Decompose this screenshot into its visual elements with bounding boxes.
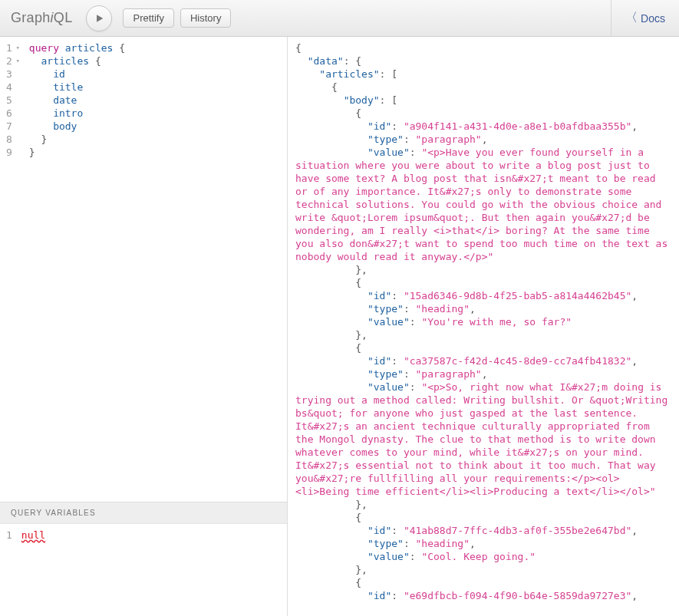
result-line: { xyxy=(295,341,671,354)
query-code[interactable]: query articles { articles { id title dat… xyxy=(23,37,131,502)
line-number: 8 xyxy=(6,133,20,146)
left-pane: 1▾2▾3456789 query articles { articles { … xyxy=(0,37,288,616)
result-line: "id": "a904f141-a431-4d0e-a8e1-b0afdbaa3… xyxy=(295,120,671,133)
result-line: "id": "41ab88d7-7ffc-4db3-af0f-355be2e64… xyxy=(295,524,671,537)
variables-header[interactable]: Query Variables xyxy=(0,502,287,524)
query-editor[interactable]: 1▾2▾3456789 query articles { articles { … xyxy=(0,37,287,502)
line-number: 4 xyxy=(6,81,20,94)
line-number: 9 xyxy=(6,146,20,159)
result-line: "type": "heading", xyxy=(295,537,671,550)
code-line: articles { xyxy=(29,54,125,68)
code-line: body xyxy=(29,120,125,133)
docs-toggle[interactable]: 〈 Docs xyxy=(611,0,679,36)
result-line: }, xyxy=(295,328,671,341)
toolbar: GraphiQL Prettify History 〈 Docs xyxy=(0,0,679,37)
line-number: 1▾ xyxy=(6,41,20,54)
line-number: 6 xyxy=(6,107,20,120)
result-line: { xyxy=(295,41,671,54)
result-pane: { "data": { "articles": [ { "body": [ { … xyxy=(288,37,679,616)
result-line: { xyxy=(295,576,671,589)
code-line: } xyxy=(29,146,125,159)
line-number: 3 xyxy=(6,68,20,81)
line-number: 7 xyxy=(6,120,20,133)
result-line: { xyxy=(295,107,671,120)
history-button[interactable]: History xyxy=(180,8,231,28)
result-line: { xyxy=(295,276,671,289)
query-gutter: 1▾2▾3456789 xyxy=(0,37,23,502)
result-line: "value": "You're with me, so far?" xyxy=(295,315,671,328)
result-line: { xyxy=(295,81,671,94)
fold-icon[interactable]: ▾ xyxy=(14,41,20,54)
result-line: "articles": [ xyxy=(295,68,671,81)
result-line: "id": "ca37587c-f42d-4c45-8de9-cc7a4fb41… xyxy=(295,354,671,367)
result-viewer[interactable]: { "data": { "articles": [ { "body": [ { … xyxy=(288,37,679,616)
result-line: }, xyxy=(295,498,671,511)
play-icon xyxy=(94,13,104,24)
logo: GraphiQL xyxy=(11,10,72,26)
result-line: "value": "Cool. Keep going." xyxy=(295,550,671,563)
result-line: "data": { xyxy=(295,54,671,68)
result-line: "type": "paragraph", xyxy=(295,133,671,146)
result-line: "id": "e69dfbcb-f094-4f90-b64e-5859da972… xyxy=(295,589,671,602)
result-line: "type": "paragraph", xyxy=(295,367,671,380)
result-line: }, xyxy=(295,263,671,276)
result-line: "body": [ xyxy=(295,94,671,107)
result-line: "value": "<p>Have you ever found yoursel… xyxy=(295,146,671,263)
result-line: }, xyxy=(295,563,671,576)
result-line: { xyxy=(295,511,671,524)
code-line: intro xyxy=(29,107,125,120)
result-line: "type": "heading", xyxy=(295,302,671,315)
variables-editor[interactable]: 1 null xyxy=(0,524,287,616)
result-line: "id": "15ad6346-9d8b-4f25-bab5-a814a4462… xyxy=(295,289,671,302)
code-line: title xyxy=(29,81,125,94)
variables-gutter: 1 xyxy=(0,524,15,616)
prettify-button[interactable]: Prettify xyxy=(123,8,173,28)
chevron-left-icon: 〈 xyxy=(625,10,638,26)
code-line: id xyxy=(29,68,125,81)
main-panels: 1▾2▾3456789 query articles { articles { … xyxy=(0,37,679,616)
code-line: date xyxy=(29,94,125,107)
code-line: } xyxy=(29,133,125,146)
execute-button[interactable] xyxy=(86,5,112,31)
line-number: 5 xyxy=(6,94,20,107)
variables-code[interactable]: null xyxy=(15,524,51,616)
line-number: 2▾ xyxy=(6,54,20,68)
code-line: query articles { xyxy=(29,41,125,54)
result-line: "value": "<p>So, right now what I&#x27;m… xyxy=(295,380,671,498)
fold-icon[interactable]: ▾ xyxy=(14,54,20,68)
